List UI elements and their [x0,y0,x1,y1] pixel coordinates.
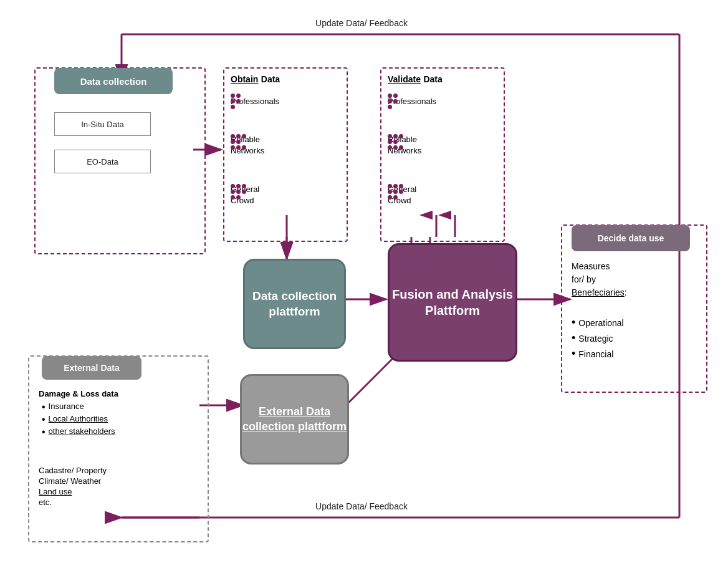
other-stakeholders-label: other stakeholders [49,426,115,438]
eo-data-label: EO-Data [87,157,118,166]
external-data-title: External Data [64,363,119,373]
obtain-crowd-row: GeneralCrowd [231,184,259,206]
local-auth-label: Local Authorities [49,414,108,425]
data-collection-platform-label: Data collection plattform [245,289,344,319]
validate-data-header-text: Validate Data [388,74,443,85]
data-collection-platform-box: Data collection plattform [243,259,346,349]
measures-label: Measuresfor/ byBenefeciaries: [572,260,627,299]
fusion-analysis-platform-box: Fusion and Analysis Plattform [388,243,517,362]
operational-label: Operational [578,318,623,328]
damage-loss-label: Damage & Loss data [39,388,118,399]
validate-networks-icon [388,134,403,150]
obtain-professionals-row: Professionals [231,97,279,106]
eo-data-box: EO-Data [54,150,151,173]
in-situ-data-label: In-Situ Data [81,120,124,129]
financial-label: Financial [578,349,613,359]
obtain-data-dashed-box: Obtain Data Professionals ReliableNetwor… [223,67,348,242]
external-data-platform-label: External Data collection plattform [242,405,347,434]
obtain-networks-row: ReliableNetworks [231,134,264,156]
data-collection-dashed-box: Data collection In-Situ Data EO-Data [34,67,206,254]
validate-data-dashed-box: Validate Data Professionals ReliableNetw… [380,67,505,242]
property-items: Cadastre/ Property Climate/ Weather Land… [39,466,107,507]
diagram: Update Data/ Feedback Update Data/ Feedb… [0,0,728,573]
professionals-icon [231,94,241,109]
fusion-analysis-platform-label: Fusion and Analysis Plattform [390,286,515,319]
decide-data-use-header: Decide data use [572,225,690,251]
external-data-header: External Data [42,356,141,380]
beneficiaries-list: • Operational • Strategic • Financial [572,316,624,360]
update-feedback-bottom-label: Update Data/ Feedback [305,501,418,513]
crowd-icon [231,184,246,200]
decide-data-use-title: Decide data use [598,233,664,243]
data-collection-header: Data collection [54,68,173,94]
update-feedback-top-label: Update Data/ Feedback [305,17,418,30]
obtain-data-header-text: Obtain Data [231,74,280,85]
validate-networks-row: ReliableNetworks [388,134,421,156]
damage-loss-items: •Insurance •Local Authorities •other sta… [42,402,115,438]
external-data-dashed-box: External Data Damage & Loss data •Insura… [28,355,209,542]
validate-professionals-row: Professionals [388,97,436,106]
networks-icon [231,134,246,150]
data-collection-title: Data collection [80,76,147,87]
decide-data-use-dashed-box: Decide data use Measuresfor/ byBenefecia… [561,224,707,393]
in-situ-data-box: In-Situ Data [54,112,151,136]
validate-crowd-row: GeneralCrowd [388,184,416,206]
strategic-label: Strategic [578,334,613,344]
insurance-label: Insurance [49,402,84,413]
validate-professionals-icon [388,94,398,109]
validate-crowd-icon [388,184,403,200]
external-data-platform-box: External Data collection plattform [240,374,349,465]
